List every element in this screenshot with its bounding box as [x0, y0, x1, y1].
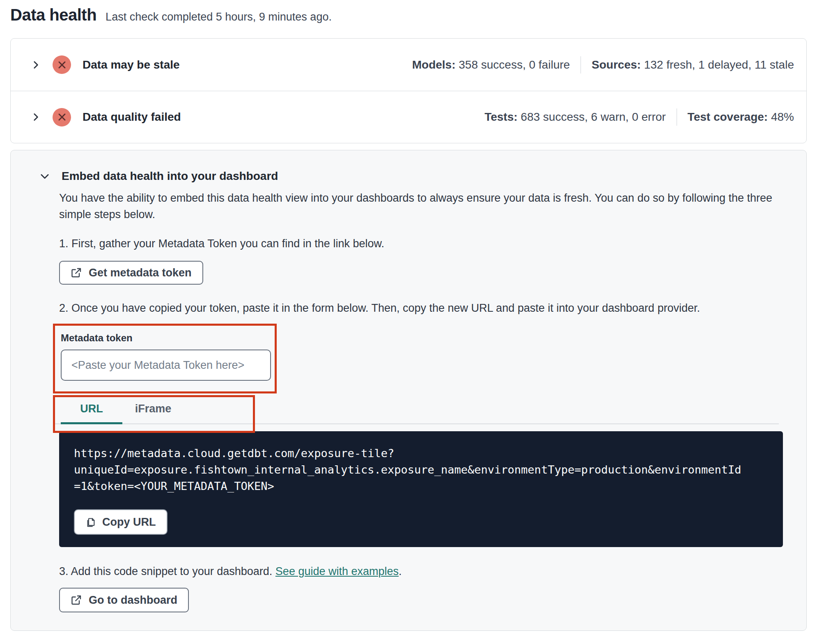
code-line: =1&token=<YOUR_METADATA_TOKEN> — [74, 478, 768, 494]
test-coverage-stat: Test coverage: 48% — [688, 110, 794, 124]
last-check-status: Last check completed 5 hours, 9 minutes … — [106, 11, 332, 23]
models-stat: Models: 358 success, 0 failure — [412, 58, 570, 71]
go-to-dashboard-label: Go to dashboard — [89, 594, 177, 607]
tab-iframe[interactable]: iFrame — [122, 398, 184, 423]
step3-text: 3. Add this code snippet to your dashboa… — [59, 565, 794, 578]
embed-section-title: Embed data health into your dashboard — [62, 170, 278, 183]
sources-stat: Sources: 132 fresh, 1 delayed, 11 stale — [592, 58, 794, 71]
page-header: Data health Last check completed 5 hours… — [10, 6, 807, 24]
embed-url-code-block: https://metadata.cloud.getdbt.com/exposu… — [59, 431, 783, 547]
status-row-stale[interactable]: Data may be stale Models: 358 success, 0… — [11, 39, 806, 91]
tab-url[interactable]: URL — [61, 398, 122, 423]
expand-row-button[interactable] — [29, 58, 43, 72]
annotation-box-token-form: Metadata token — [53, 324, 277, 393]
see-guide-link[interactable]: See guide with examples — [275, 565, 399, 577]
chevron-right-icon — [30, 60, 41, 70]
status-row-stats: Models: 358 success, 0 failure Sources: … — [412, 56, 794, 74]
status-row-stats: Tests: 683 success, 6 warn, 0 error Test… — [484, 108, 794, 126]
collapse-section-button[interactable] — [38, 169, 52, 183]
metadata-token-input[interactable] — [61, 350, 271, 381]
data-health-page: Data health Last check completed 5 hours… — [0, 0, 817, 631]
copy-icon — [85, 517, 96, 528]
page-title: Data health — [10, 6, 96, 24]
step2-text: 2. Once you have copied your token, past… — [59, 302, 794, 315]
stat-divider — [677, 108, 677, 126]
stat-divider — [581, 56, 581, 74]
error-x-circle-icon — [53, 108, 71, 126]
external-link-icon — [71, 594, 82, 606]
error-x-circle-icon — [53, 55, 71, 74]
external-link-icon — [71, 267, 82, 278]
code-line: https://metadata.cloud.getdbt.com/exposu… — [74, 445, 768, 462]
embed-section-content: You have the ability to embed this data … — [23, 190, 794, 612]
code-line: uniqueId=exposure.fishtown_internal_anal… — [74, 462, 768, 478]
go-to-dashboard-button[interactable]: Go to dashboard — [59, 588, 189, 612]
expand-row-button[interactable] — [29, 110, 43, 124]
status-row-title: Data may be stale — [83, 58, 180, 71]
tab-bar: URL iFrame — [54, 398, 779, 424]
embed-section-header[interactable]: Embed data health into your dashboard — [23, 169, 794, 183]
chevron-right-icon — [30, 112, 41, 122]
copy-url-button[interactable]: Copy URL — [74, 509, 168, 535]
get-metadata-token-label: Get metadata token — [89, 267, 192, 279]
tests-stat: Tests: 683 success, 6 warn, 0 error — [484, 110, 666, 124]
metadata-token-label: Metadata token — [61, 332, 267, 344]
status-row-title: Data quality failed — [83, 110, 181, 124]
status-row-quality[interactable]: Data quality failed Tests: 683 success, … — [11, 91, 806, 143]
chevron-down-icon — [39, 170, 50, 182]
get-metadata-token-button[interactable]: Get metadata token — [59, 261, 203, 285]
embed-output-tabs: URL iFrame — [59, 398, 794, 424]
status-panels: Data may be stale Models: 358 success, 0… — [10, 38, 807, 143]
embed-section: Embed data health into your dashboard Yo… — [10, 150, 807, 631]
step1-text: 1. First, gather your Metadata Token you… — [59, 237, 794, 250]
embed-description: You have the ability to embed this data … — [59, 190, 794, 223]
copy-url-label: Copy URL — [102, 516, 156, 529]
